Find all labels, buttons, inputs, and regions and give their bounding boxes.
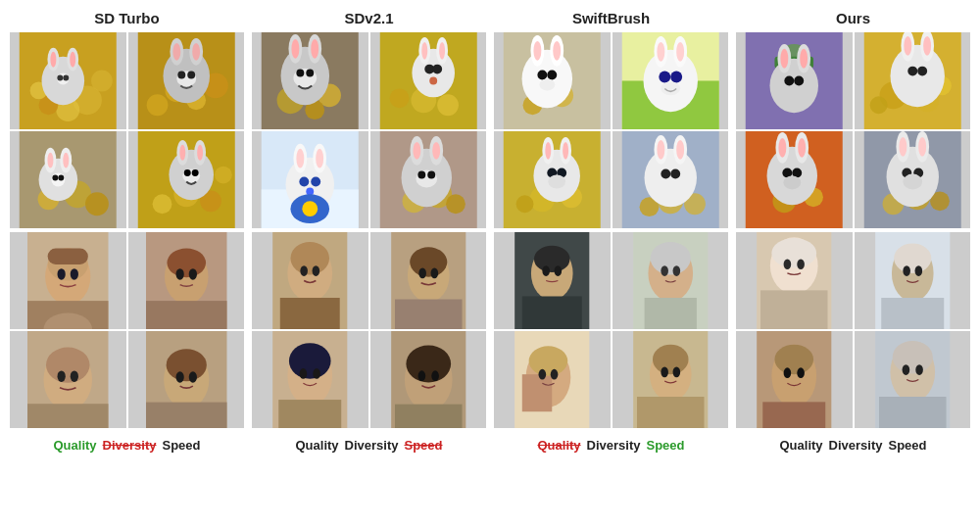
svg-point-196 (534, 246, 570, 272)
svg-point-278 (784, 367, 792, 378)
svg-point-62 (167, 249, 206, 278)
svg-point-221 (770, 59, 819, 113)
svg-point-157 (553, 41, 561, 61)
columns-row: SD Turbo (10, 10, 970, 527)
column-title-sdv21: SDv2.1 (344, 10, 393, 26)
svg-point-121 (413, 142, 420, 160)
svg-point-166 (657, 42, 664, 62)
svg-point-258 (899, 137, 906, 157)
svg-point-9 (50, 52, 56, 68)
label-speed-sd-turbo: Speed (162, 438, 200, 453)
svg-rect-199 (522, 296, 582, 329)
svg-point-277 (774, 345, 813, 374)
svg-rect-65 (146, 301, 227, 329)
column-title-swiftbrush: SwiftBrush (572, 10, 650, 26)
main-container: SD Turbo (0, 0, 980, 527)
face-grid-sd-turbo (10, 232, 244, 428)
rabbit-img-4 (128, 131, 245, 228)
rabbit-img-5 (252, 32, 368, 129)
svg-point-125 (427, 171, 435, 179)
svg-point-101 (429, 77, 437, 85)
svg-point-211 (551, 369, 559, 380)
face-img-3 (10, 331, 126, 428)
svg-point-70 (71, 370, 78, 382)
svg-rect-143 (278, 400, 341, 428)
svg-point-92 (437, 94, 459, 116)
face-img-2 (128, 232, 245, 329)
svg-point-169 (670, 72, 682, 83)
svg-point-89 (306, 70, 314, 77)
svg-point-136 (430, 268, 438, 279)
face-img-4 (128, 331, 245, 428)
svg-point-284 (902, 364, 909, 375)
svg-point-41 (152, 194, 172, 214)
svg-point-100 (432, 65, 442, 74)
svg-point-18 (146, 94, 168, 116)
svg-point-146 (406, 345, 451, 382)
svg-point-107 (296, 149, 304, 168)
svg-point-246 (778, 138, 786, 158)
face-img-13 (736, 232, 853, 329)
face-img-15 (736, 331, 853, 428)
rabbit-img-14 (855, 32, 971, 129)
face-img-5 (252, 232, 368, 329)
svg-point-122 (432, 142, 440, 160)
svg-point-13 (63, 75, 69, 81)
svg-point-69 (58, 370, 66, 382)
svg-point-210 (539, 369, 547, 380)
column-sd-turbo: SD Turbo (10, 10, 244, 527)
svg-point-93 (389, 88, 409, 108)
label-speed-sdv21: Speed (404, 438, 442, 453)
svg-rect-71 (27, 404, 109, 428)
rabbit-img-16 (855, 131, 971, 228)
labels-sd-turbo: Quality Diversity Speed (53, 432, 200, 456)
face-img-9 (494, 232, 611, 329)
svg-point-179 (563, 142, 568, 160)
svg-point-267 (797, 259, 805, 269)
label-speed-ours: Speed (888, 438, 926, 453)
svg-point-236 (904, 36, 911, 56)
label-quality-sd-turbo: Quality (53, 438, 96, 453)
svg-point-64 (188, 268, 196, 280)
svg-point-204 (672, 265, 680, 276)
svg-point-233 (890, 45, 944, 107)
rabbit-img-6 (370, 32, 487, 129)
rabbit-img-12 (612, 131, 729, 228)
svg-point-47 (179, 145, 185, 161)
column-title-sd-turbo: SD Turbo (94, 10, 159, 26)
svg-point-75 (175, 371, 183, 383)
svg-point-10 (70, 52, 75, 68)
svg-point-187 (644, 149, 696, 207)
svg-rect-286 (878, 397, 946, 428)
face-img-11 (494, 331, 611, 428)
svg-point-88 (296, 70, 304, 77)
svg-point-63 (175, 268, 183, 280)
svg-rect-149 (394, 405, 462, 428)
svg-rect-217 (636, 397, 704, 428)
svg-point-239 (917, 67, 927, 76)
svg-point-225 (800, 49, 808, 69)
svg-point-117 (446, 194, 466, 214)
svg-point-94 (412, 49, 455, 98)
svg-point-266 (784, 259, 792, 269)
face-grid-sdv21 (252, 232, 486, 428)
column-swiftbrush: SwiftBrush (494, 10, 728, 527)
svg-point-43 (214, 167, 231, 184)
rabbit-img-1 (10, 32, 126, 129)
svg-point-86 (311, 39, 318, 59)
face-grid-ours (736, 232, 970, 428)
rabbit-grid-swiftbrush (494, 32, 728, 228)
svg-point-247 (798, 138, 806, 158)
svg-point-159 (547, 71, 557, 80)
rabbit-img-8 (370, 131, 487, 228)
svg-rect-137 (394, 300, 462, 329)
svg-point-271 (894, 243, 931, 272)
svg-point-113 (302, 201, 318, 216)
face-img-8 (370, 331, 487, 428)
svg-point-203 (661, 265, 668, 276)
svg-point-76 (188, 371, 196, 383)
rabbit-img-7 (252, 131, 368, 228)
svg-point-110 (311, 177, 320, 187)
svg-point-129 (300, 265, 308, 276)
svg-point-168 (659, 72, 670, 83)
